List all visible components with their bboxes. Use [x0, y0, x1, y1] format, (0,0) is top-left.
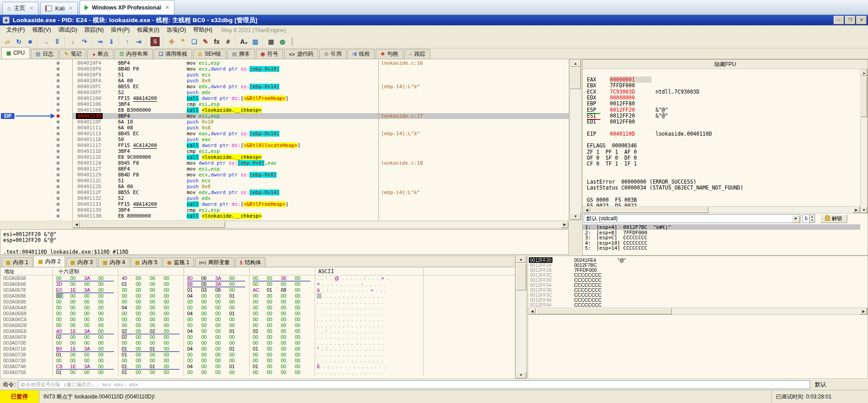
scroll-thumb[interactable] — [516, 263, 526, 290]
row-dot-icon[interactable] — [57, 79, 60, 82]
hex-row[interactable]: 003A075801000000010000000000000000000000… — [0, 370, 515, 375]
stack-row[interactable]: 0012FF2CCCCCCCCC — [528, 272, 868, 277]
tab-日志[interactable]: ▤日志 — [31, 49, 58, 59]
step-into-icon[interactable]: ↓ — [67, 36, 79, 47]
internet-icon[interactable]: ◍ — [277, 36, 288, 47]
step-over-icon[interactable]: ↷ — [79, 36, 90, 47]
tab-SEH链[interactable]: ⚠SEH链 — [193, 49, 226, 59]
disasm-row[interactable]: 004011393BF4cmp esi,esp — [0, 207, 569, 213]
disasm-row[interactable]: 0040112C51push ecx — [0, 178, 569, 184]
command-input[interactable] — [18, 380, 810, 389]
register-line[interactable]: ZF 1 PF 1 AF 0 — [587, 149, 637, 155]
dump-tab-内存 4[interactable]: ▦内存 4 — [98, 257, 129, 267]
stack-row[interactable]: 0012FF38CCCCCCCC — [528, 287, 868, 292]
register-line[interactable]: LastStatus C0000034 (STATUS_OBJECT_NAME_… — [587, 185, 743, 190]
row-dot-icon[interactable] — [57, 214, 60, 218]
call-argument-row[interactable]: 2:[esp+8] 7FFDF000 — [583, 230, 860, 235]
tab-源代码[interactable]: <>源代码 — [284, 49, 318, 59]
register-line[interactable]: OF 0 SF 0 DF 0 — [587, 155, 637, 161]
row-dot-icon[interactable] — [57, 120, 60, 123]
scroll-thumb[interactable] — [570, 67, 581, 89]
register-eax[interactable]: EAX00000001 — [587, 76, 651, 82]
menu-item-收藏夹(I)[interactable]: 收藏夹(I) — [133, 25, 163, 35]
breakpoint-icon[interactable] — [57, 114, 60, 118]
comment-icon[interactable]: ❞ — [177, 36, 189, 47]
vm-tab-Windows XP Professional[interactable]: Windows XP Professional✕ — [80, 0, 174, 14]
register-line[interactable]: ES 0023 DS 0023 — [587, 203, 637, 206]
row-dot-icon[interactable] — [57, 126, 60, 129]
row-dot-icon[interactable] — [57, 109, 60, 112]
disasm-row[interactable]: 004010F951push ecx — [0, 72, 569, 78]
row-dot-icon[interactable] — [57, 161, 60, 165]
registers-vertical-scrollbar[interactable]: ▲ ▼ — [860, 69, 868, 213]
tab-符号[interactable]: ◉符号 — [256, 49, 283, 59]
step-out-icon[interactable]: ↑ — [122, 36, 133, 47]
row-dot-icon[interactable] — [57, 67, 60, 71]
row-dot-icon[interactable] — [57, 167, 60, 171]
register-line[interactable]: LastError 00000000 (ERROR_SUCCESS) — [587, 179, 696, 185]
command-mode-select[interactable]: 默认 — [815, 381, 826, 389]
disasm-row[interactable]: 004010FA6A 00push 0x0 — [0, 78, 569, 84]
run-icon[interactable]: → — [40, 36, 52, 47]
disasm-row[interactable]: 0040112D6A 00push 0x0 — [0, 184, 569, 190]
disasm-row[interactable]: 00401100FF15 48A14200call dword ptr ds:[… — [0, 95, 569, 101]
disasm-row[interactable]: 0040113BE8 80000000call <lookaside.__chk… — [0, 213, 569, 219]
argument-depth-spinner[interactable]: 5 ▲▼ — [802, 214, 815, 223]
highlight-icon[interactable]: ✎ — [200, 36, 211, 47]
spinner-arrows-icon[interactable]: ▲▼ — [809, 215, 815, 223]
disassembly-vertical-scrollbar[interactable]: ▲ ▼ — [570, 59, 581, 220]
chevron-down-icon[interactable]: ▼ — [792, 215, 800, 223]
scroll-thumb[interactable] — [591, 207, 708, 213]
open-file-icon[interactable]: ▱ — [2, 36, 13, 47]
dump-tab-内存 5[interactable]: ▦内存 5 — [131, 257, 162, 267]
tab-句柄[interactable]: ❖句柄 — [376, 49, 403, 59]
tab-笔记[interactable]: ✎笔记 — [59, 49, 86, 59]
call-argument-row[interactable]: 5:[esp+14] CCCCCCCC — [583, 245, 860, 251]
disasm-row[interactable]: 0040110D8BF4mov esi,esplookaside.c:17 — [0, 113, 569, 119]
stack-row[interactable]: 0012FF40CCCCCCCC — [528, 297, 868, 302]
vm-tab-Kali[interactable]: Kali✕ — [40, 2, 78, 14]
scroll-left-button[interactable]: ◀ — [583, 207, 590, 213]
row-dot-icon[interactable] — [57, 85, 60, 88]
tab-CPU[interactable]: ▦CPU — [1, 47, 30, 59]
call-argument-row[interactable]: 4:[esp+10] CCCCCCCC — [583, 240, 860, 246]
row-dot-icon[interactable] — [57, 150, 60, 153]
row-dot-icon[interactable] — [57, 62, 60, 65]
register-eip[interactable]: EIP0040110Dlookaside.0040110D — [587, 131, 712, 137]
menu-item-视图(V)[interactable]: 视图(V) — [28, 25, 55, 35]
row-dot-icon[interactable] — [57, 179, 60, 182]
row-dot-icon[interactable] — [57, 132, 60, 135]
close-icon[interactable]: ✕ — [69, 5, 73, 11]
disasm-row[interactable]: 0040111650push eax — [0, 137, 569, 142]
hex-row[interactable]: 003A073800000000000000000000000000000000… — [0, 358, 515, 364]
tab-断点[interactable]: ●断点 — [87, 49, 113, 59]
menu-item-文件(F)[interactable]: 文件(F) — [3, 25, 28, 35]
disasm-row[interactable]: 004011298B4D F8mov ecx,dword ptr ss:[ebp… — [0, 172, 569, 178]
disasm-row[interactable]: 0040110F6A 10push 0x10 — [0, 119, 569, 125]
disasm-row[interactable]: 004010F68B4D F0mov ecx,dword ptr ss:[ebp… — [0, 66, 569, 72]
dump-tab-内存 2[interactable]: ▦内存 2 — [33, 256, 65, 267]
maximize-button[interactable]: ❐ — [845, 16, 855, 24]
disasm-row[interactable]: 00401117FF15 4CA14200call dword ptr ds:[… — [0, 142, 569, 148]
label-icon[interactable]: ❏ — [189, 36, 200, 47]
menu-item-跟踪(N)[interactable]: 跟踪(N) — [81, 25, 107, 35]
scroll-down-button[interactable]: ▼ — [570, 213, 581, 220]
scroll-right-button[interactable]: ▶ — [853, 207, 860, 213]
registers-horizontal-scrollbar[interactable]: ◀ ▶ — [583, 206, 860, 213]
hex-row[interactable]: 003A069800000000000000000000000000000000… — [0, 299, 515, 305]
disassembly-panel[interactable]: EIP 004010F48BF4mov esi,esplookaside.c:1… — [0, 59, 569, 220]
stop-icon[interactable]: ■ — [24, 36, 36, 47]
hex-row[interactable]: 003A06683D0000000100000088053A0000000000… — [0, 281, 515, 287]
dump-tab-结构体[interactable]: §结构体 — [235, 257, 265, 267]
call-argument-row[interactable]: 1:[esp+4] 0012F7BC "b#€|" — [583, 224, 860, 230]
scroll-right-button[interactable]: ▶ — [860, 308, 867, 314]
stack-row[interactable]: 0012FF287FFDF000 — [528, 267, 868, 272]
hex-row[interactable]: 003A0678E01E3A000000000001030800AC010800… — [0, 287, 515, 293]
row-dot-icon[interactable] — [57, 173, 60, 176]
register-edx[interactable]: EDX00000000 — [587, 95, 651, 100]
row-dot-icon[interactable] — [57, 209, 60, 212]
scroll-left-button[interactable]: ◀ — [528, 308, 536, 314]
row-dot-icon[interactable] — [57, 203, 60, 206]
calculator-icon[interactable]: ▦ — [265, 36, 277, 47]
calling-convention-select[interactable]: 默认 (stdcall) ▼ — [584, 214, 801, 223]
